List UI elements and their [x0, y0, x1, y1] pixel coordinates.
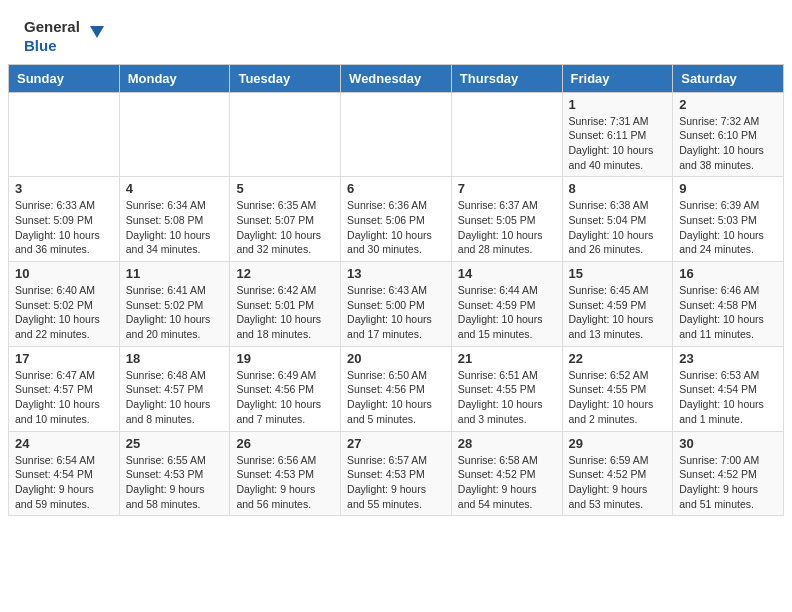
day-number: 14	[458, 266, 556, 281]
weekday-header-sunday: Sunday	[9, 64, 120, 92]
calendar-cell: 18Sunrise: 6:48 AM Sunset: 4:57 PM Dayli…	[119, 346, 230, 431]
calendar-cell: 10Sunrise: 6:40 AM Sunset: 5:02 PM Dayli…	[9, 262, 120, 347]
day-number: 17	[15, 351, 113, 366]
logo: General Blue	[24, 18, 108, 56]
calendar-cell: 3Sunrise: 6:33 AM Sunset: 5:09 PM Daylig…	[9, 177, 120, 262]
calendar-cell: 7Sunrise: 6:37 AM Sunset: 5:05 PM Daylig…	[451, 177, 562, 262]
calendar-cell: 13Sunrise: 6:43 AM Sunset: 5:00 PM Dayli…	[341, 262, 452, 347]
calendar-week-2: 10Sunrise: 6:40 AM Sunset: 5:02 PM Dayli…	[9, 262, 784, 347]
calendar-header: SundayMondayTuesdayWednesdayThursdayFrid…	[9, 64, 784, 92]
calendar-cell: 28Sunrise: 6:58 AM Sunset: 4:52 PM Dayli…	[451, 431, 562, 516]
page-header: General Blue	[0, 0, 792, 64]
calendar-week-1: 3Sunrise: 6:33 AM Sunset: 5:09 PM Daylig…	[9, 177, 784, 262]
cell-info: Sunrise: 6:51 AM Sunset: 4:55 PM Dayligh…	[458, 368, 556, 427]
cell-info: Sunrise: 6:48 AM Sunset: 4:57 PM Dayligh…	[126, 368, 224, 427]
cell-info: Sunrise: 6:45 AM Sunset: 4:59 PM Dayligh…	[569, 283, 667, 342]
cell-info: Sunrise: 6:34 AM Sunset: 5:08 PM Dayligh…	[126, 198, 224, 257]
day-number: 13	[347, 266, 445, 281]
calendar-cell: 11Sunrise: 6:41 AM Sunset: 5:02 PM Dayli…	[119, 262, 230, 347]
cell-info: Sunrise: 6:49 AM Sunset: 4:56 PM Dayligh…	[236, 368, 334, 427]
calendar-cell: 21Sunrise: 6:51 AM Sunset: 4:55 PM Dayli…	[451, 346, 562, 431]
calendar-cell: 30Sunrise: 7:00 AM Sunset: 4:52 PM Dayli…	[673, 431, 784, 516]
cell-info: Sunrise: 6:44 AM Sunset: 4:59 PM Dayligh…	[458, 283, 556, 342]
calendar-cell: 27Sunrise: 6:57 AM Sunset: 4:53 PM Dayli…	[341, 431, 452, 516]
cell-info: Sunrise: 7:00 AM Sunset: 4:52 PM Dayligh…	[679, 453, 777, 512]
weekday-header-saturday: Saturday	[673, 64, 784, 92]
cell-info: Sunrise: 6:53 AM Sunset: 4:54 PM Dayligh…	[679, 368, 777, 427]
calendar-cell: 2Sunrise: 7:32 AM Sunset: 6:10 PM Daylig…	[673, 92, 784, 177]
calendar-cell: 26Sunrise: 6:56 AM Sunset: 4:53 PM Dayli…	[230, 431, 341, 516]
cell-info: Sunrise: 7:31 AM Sunset: 6:11 PM Dayligh…	[569, 114, 667, 173]
day-number: 23	[679, 351, 777, 366]
weekday-header-wednesday: Wednesday	[341, 64, 452, 92]
calendar-cell	[341, 92, 452, 177]
cell-info: Sunrise: 6:58 AM Sunset: 4:52 PM Dayligh…	[458, 453, 556, 512]
day-number: 1	[569, 97, 667, 112]
calendar-cell: 9Sunrise: 6:39 AM Sunset: 5:03 PM Daylig…	[673, 177, 784, 262]
calendar-week-0: 1Sunrise: 7:31 AM Sunset: 6:11 PM Daylig…	[9, 92, 784, 177]
day-number: 27	[347, 436, 445, 451]
calendar-week-3: 17Sunrise: 6:47 AM Sunset: 4:57 PM Dayli…	[9, 346, 784, 431]
logo-text: General Blue	[24, 18, 80, 56]
calendar-cell: 23Sunrise: 6:53 AM Sunset: 4:54 PM Dayli…	[673, 346, 784, 431]
calendar-cell	[9, 92, 120, 177]
cell-info: Sunrise: 6:40 AM Sunset: 5:02 PM Dayligh…	[15, 283, 113, 342]
cell-info: Sunrise: 6:37 AM Sunset: 5:05 PM Dayligh…	[458, 198, 556, 257]
cell-info: Sunrise: 6:33 AM Sunset: 5:09 PM Dayligh…	[15, 198, 113, 257]
logo-arrow-icon	[86, 20, 108, 46]
day-number: 24	[15, 436, 113, 451]
cell-info: Sunrise: 6:43 AM Sunset: 5:00 PM Dayligh…	[347, 283, 445, 342]
day-number: 8	[569, 181, 667, 196]
day-number: 5	[236, 181, 334, 196]
cell-info: Sunrise: 6:50 AM Sunset: 4:56 PM Dayligh…	[347, 368, 445, 427]
calendar-cell: 29Sunrise: 6:59 AM Sunset: 4:52 PM Dayli…	[562, 431, 673, 516]
day-number: 6	[347, 181, 445, 196]
svg-marker-0	[90, 26, 104, 38]
day-number: 7	[458, 181, 556, 196]
calendar-cell: 6Sunrise: 6:36 AM Sunset: 5:06 PM Daylig…	[341, 177, 452, 262]
day-number: 21	[458, 351, 556, 366]
day-number: 22	[569, 351, 667, 366]
calendar-table: SundayMondayTuesdayWednesdayThursdayFrid…	[8, 64, 784, 517]
cell-info: Sunrise: 6:55 AM Sunset: 4:53 PM Dayligh…	[126, 453, 224, 512]
cell-info: Sunrise: 6:42 AM Sunset: 5:01 PM Dayligh…	[236, 283, 334, 342]
calendar-cell: 5Sunrise: 6:35 AM Sunset: 5:07 PM Daylig…	[230, 177, 341, 262]
day-number: 3	[15, 181, 113, 196]
day-number: 28	[458, 436, 556, 451]
calendar-cell: 19Sunrise: 6:49 AM Sunset: 4:56 PM Dayli…	[230, 346, 341, 431]
calendar-cell: 8Sunrise: 6:38 AM Sunset: 5:04 PM Daylig…	[562, 177, 673, 262]
cell-info: Sunrise: 6:35 AM Sunset: 5:07 PM Dayligh…	[236, 198, 334, 257]
day-number: 16	[679, 266, 777, 281]
cell-info: Sunrise: 6:39 AM Sunset: 5:03 PM Dayligh…	[679, 198, 777, 257]
day-number: 18	[126, 351, 224, 366]
cell-info: Sunrise: 6:41 AM Sunset: 5:02 PM Dayligh…	[126, 283, 224, 342]
calendar-cell	[451, 92, 562, 177]
day-number: 15	[569, 266, 667, 281]
cell-info: Sunrise: 6:36 AM Sunset: 5:06 PM Dayligh…	[347, 198, 445, 257]
day-number: 26	[236, 436, 334, 451]
calendar-cell: 12Sunrise: 6:42 AM Sunset: 5:01 PM Dayli…	[230, 262, 341, 347]
calendar-cell: 4Sunrise: 6:34 AM Sunset: 5:08 PM Daylig…	[119, 177, 230, 262]
cell-info: Sunrise: 6:52 AM Sunset: 4:55 PM Dayligh…	[569, 368, 667, 427]
calendar-cell: 22Sunrise: 6:52 AM Sunset: 4:55 PM Dayli…	[562, 346, 673, 431]
calendar-week-4: 24Sunrise: 6:54 AM Sunset: 4:54 PM Dayli…	[9, 431, 784, 516]
cell-info: Sunrise: 6:47 AM Sunset: 4:57 PM Dayligh…	[15, 368, 113, 427]
calendar-cell: 15Sunrise: 6:45 AM Sunset: 4:59 PM Dayli…	[562, 262, 673, 347]
day-number: 11	[126, 266, 224, 281]
cell-info: Sunrise: 6:57 AM Sunset: 4:53 PM Dayligh…	[347, 453, 445, 512]
calendar-cell: 14Sunrise: 6:44 AM Sunset: 4:59 PM Dayli…	[451, 262, 562, 347]
cell-info: Sunrise: 6:38 AM Sunset: 5:04 PM Dayligh…	[569, 198, 667, 257]
calendar-cell	[119, 92, 230, 177]
day-number: 4	[126, 181, 224, 196]
weekday-header-tuesday: Tuesday	[230, 64, 341, 92]
calendar-cell: 16Sunrise: 6:46 AM Sunset: 4:58 PM Dayli…	[673, 262, 784, 347]
weekday-header-monday: Monday	[119, 64, 230, 92]
day-number: 30	[679, 436, 777, 451]
day-number: 10	[15, 266, 113, 281]
day-number: 25	[126, 436, 224, 451]
day-number: 12	[236, 266, 334, 281]
day-number: 2	[679, 97, 777, 112]
weekday-header-friday: Friday	[562, 64, 673, 92]
day-number: 29	[569, 436, 667, 451]
calendar-cell: 24Sunrise: 6:54 AM Sunset: 4:54 PM Dayli…	[9, 431, 120, 516]
